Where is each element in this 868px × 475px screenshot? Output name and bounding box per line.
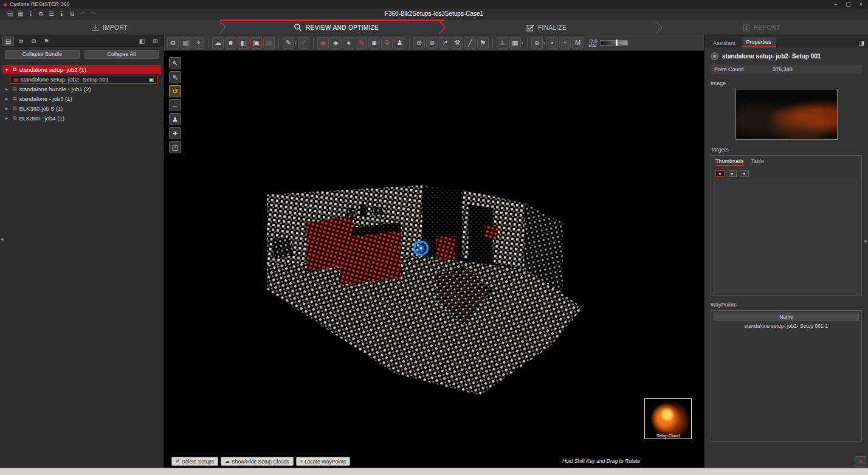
workflow-step-report[interactable]: REPORT [743, 19, 780, 35]
setup-image-thumbnail[interactable] [735, 89, 838, 140]
point-cloud-toggle-icon[interactable]: ☁ [212, 37, 224, 49]
setup-station-icon [711, 52, 718, 60]
tree-item-blk360-job4[interactable]: ▸ ⧉ BLK360 - job4 (1) [2, 114, 161, 123]
add-target-circle-icon[interactable]: ◉ [317, 37, 329, 49]
fly-mode-icon[interactable]: ✈ [169, 127, 181, 139]
measure-icon[interactable]: ✎ [283, 37, 294, 49]
multi-pane-icon[interactable]: ▥ [180, 37, 191, 49]
target-chip[interactable] [740, 170, 749, 177]
close-panel-button[interactable]: × [855, 456, 866, 466]
app-logo-icon: ◉ [3, 2, 7, 7]
project-explorer-tab-icon[interactable]: ▤ [2, 36, 14, 46]
image-view-icon[interactable]: ▣ [250, 37, 262, 49]
setup-cloud-minimap[interactable]: Setup Cloud [644, 398, 692, 439]
copy-icon[interactable]: ⧉ [67, 9, 77, 18]
collapse-all-button[interactable]: Collapse All [84, 50, 159, 59]
panel-layout-icon[interactable]: ◨ [859, 40, 864, 46]
person-icon[interactable]: ♟ [394, 37, 405, 49]
window-close-button[interactable]: × [859, 1, 863, 7]
show-hide-setup-clouds-button[interactable]: ☁ Show/Hide Setup Clouds [221, 457, 294, 466]
caret-right-icon[interactable]: ▸ [5, 86, 10, 92]
expand-views-icon[interactable]: ◧ [136, 36, 148, 46]
tab-assistant[interactable]: Assistant [708, 38, 740, 47]
tree-item-job3[interactable]: ▸ ⧉ standalone - job3 (1) [2, 94, 161, 103]
tab-table[interactable]: Table [751, 158, 765, 166]
viewer-canvas[interactable]: ↖ ⇖ ↺ ↔ ♟ ✈ ◰ Setup Cloud ✐ Delete Setup… [164, 51, 704, 468]
expand-right-panel-arrow[interactable]: ▸ [864, 238, 867, 244]
bundle-icon: ⧉ [13, 66, 16, 73]
measure-units-icon[interactable]: M [572, 37, 584, 49]
select-query-icon[interactable]: ⇖ [169, 71, 181, 83]
solid-pane-icon[interactable]: ■ [225, 37, 236, 49]
grid-table-icon[interactable]: ▦ [509, 37, 521, 49]
cube-view-icon[interactable]: ◰ [169, 141, 181, 153]
cube-views-icon[interactable]: ⧈ [531, 37, 543, 49]
axis-icon[interactable]: + [559, 37, 571, 49]
slice-icon[interactable]: ╱ [464, 37, 476, 49]
import-data-icon[interactable]: ↧ [26, 9, 36, 18]
tree-item-setup-001[interactable]: ◉ standalone setup- job2- Setup 001 ▣ [10, 75, 157, 84]
caret-down-icon[interactable]: ▾ [5, 67, 10, 72]
undo-icon[interactable]: ↶ [77, 9, 88, 18]
caret-right-icon[interactable]: ▸ [5, 106, 10, 111]
tab-thumbnails[interactable]: Thumbnails [715, 158, 744, 166]
maximize-button[interactable]: ▢ [846, 1, 851, 7]
split-view-icon[interactable]: ◧ [238, 37, 249, 49]
pan-horizontal-icon[interactable]: ↔ [169, 99, 181, 111]
caret-right-icon[interactable]: ▸ [5, 116, 10, 121]
image-view-alt-icon[interactable]: ▨ [263, 37, 275, 49]
draw-pencil-icon[interactable]: ✎ [356, 37, 367, 49]
list-icon[interactable]: ☰ [46, 9, 57, 18]
location-pin-icon[interactable]: ⚲ [381, 37, 393, 49]
collapse-left-panel-arrow[interactable]: ◂ [1, 236, 4, 242]
dropdown-caret-icon[interactable]: ▾ [295, 41, 297, 45]
tree-item-blk360-job5[interactable]: ▸ ⧉ BLK360-job 5 (1) [2, 104, 161, 113]
camera-icon[interactable]: ◙ [368, 37, 380, 49]
target-chip[interactable] [715, 170, 725, 177]
save-icon[interactable]: ▦ [15, 9, 26, 18]
dropdown-caret-icon[interactable]: ▾ [543, 41, 545, 45]
locate-waypoints-button[interactable]: ⌖ Locate WayPoints [296, 457, 351, 466]
expand-icon[interactable]: ↗ [439, 37, 450, 49]
select-cursor-icon[interactable]: ↖ [169, 57, 181, 69]
add-sphere-icon[interactable]: ● [343, 37, 354, 49]
orbit-icon[interactable]: ↺ [169, 85, 181, 97]
flag-icon[interactable]: ⚑ [477, 37, 489, 49]
globe-user-icon[interactable]: ⊛ [426, 37, 438, 49]
workflow-step-import[interactable]: IMPORT [91, 19, 128, 35]
collapse-bundle-button[interactable]: Collapse Bundle [5, 50, 80, 59]
qlb-size-slider[interactable] [600, 40, 628, 46]
targets-list[interactable] [714, 181, 858, 293]
zoom-window-icon[interactable]: ⌖ [193, 37, 204, 49]
tree-item-bundle-job1[interactable]: ▸ ⧉ standalone bundle - job1 (2) [2, 85, 161, 94]
clone-view-icon[interactable]: ⧉ [167, 37, 179, 49]
waypoints-table[interactable]: Name standalone setup- job2- Setup 001-1 [711, 310, 862, 442]
open-project-icon[interactable]: ▤ [5, 9, 15, 18]
delete-setups-button[interactable]: ✐ Delete Setups [171, 457, 218, 466]
settings-icon[interactable]: ⚙ [36, 9, 46, 18]
tree-item-bundle-job2[interactable]: ▾ ⧉ standalone setup- job2 (1) [2, 65, 161, 74]
caret-right-icon[interactable]: ▸ [5, 96, 10, 102]
point-cloud-view[interactable] [164, 51, 704, 468]
dropdown-caret-icon[interactable]: ▾ [522, 41, 523, 45]
workflow-step-finalize[interactable]: FINALIZE [526, 19, 567, 35]
point-size-icon[interactable]: • [546, 37, 558, 49]
attachments-tab-icon[interactable]: ⧉ [15, 36, 27, 46]
tags-tab-icon[interactable]: ⚑ [41, 36, 52, 46]
tools-icon[interactable]: ⚒ [452, 37, 463, 49]
target-chip[interactable] [728, 170, 737, 177]
panel-layout-icon[interactable]: ⊞ [150, 36, 161, 46]
waypoint-row[interactable]: standalone setup- job2- Setup 001-1 [714, 321, 859, 329]
info-icon[interactable]: ℹ [57, 9, 67, 18]
redo-icon[interactable]: ↷ [88, 9, 98, 18]
minimize-button[interactable]: – [834, 1, 837, 7]
measure-multi-icon[interactable]: ✐ [298, 37, 309, 49]
add-tag-icon[interactable]: ◈ [330, 37, 342, 49]
globe-icon[interactable]: ⊕ [413, 37, 425, 49]
workflow-step-review[interactable]: REVIEW AND OPTIMIZE [294, 19, 379, 35]
web-tab-icon[interactable]: ⊕ [28, 36, 40, 46]
user-flag-icon[interactable]: ♟ [497, 37, 508, 49]
tab-properties[interactable]: Properties [742, 37, 776, 47]
first-person-view-icon[interactable]: ♟ [169, 113, 181, 125]
slider-thumb[interactable] [616, 40, 618, 46]
